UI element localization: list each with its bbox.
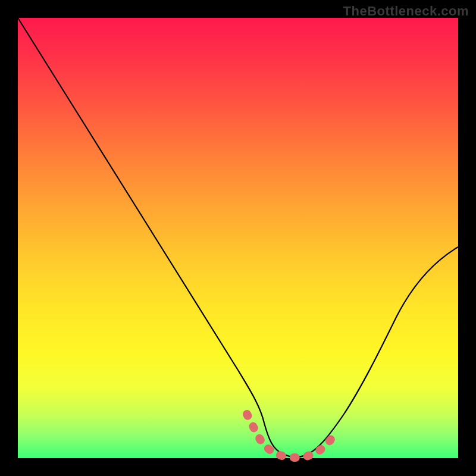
optimal-range-highlight	[247, 414, 335, 458]
watermark-text: TheBottleneck.com	[343, 4, 469, 19]
bottleneck-curve-path	[18, 18, 458, 457]
plot-area	[18, 18, 458, 458]
chart-stage: TheBottleneck.com	[0, 0, 476, 476]
curve-layer	[18, 18, 458, 458]
